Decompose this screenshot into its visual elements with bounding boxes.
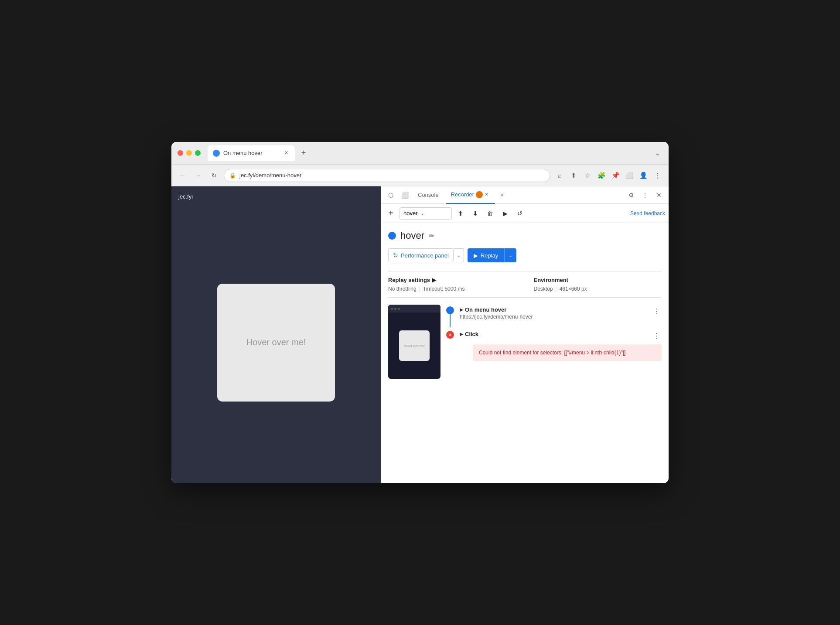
profile-icon[interactable]: 👤	[637, 169, 649, 182]
replay-dropdown-button[interactable]: ⌄	[504, 248, 516, 262]
import-recording-button[interactable]: ⬇	[469, 207, 481, 220]
step-click-title[interactable]: ▶ Click	[460, 331, 478, 337]
forward-button[interactable]: →	[192, 169, 205, 182]
slow-replay-button[interactable]: ↺	[514, 207, 526, 220]
search-icon[interactable]: ⌕	[553, 169, 566, 182]
devtools-close-button[interactable]: ✕	[653, 189, 665, 201]
close-traffic-light[interactable]	[178, 150, 183, 156]
devtools-more-tabs[interactable]: »	[497, 192, 507, 198]
step-navigate: ▶ On menu hover https://jec.fyi/demo/men…	[446, 305, 662, 329]
devtools-dock-icon[interactable]: ⬜	[399, 189, 411, 201]
delete-recording-button[interactable]: 🗑	[484, 207, 496, 220]
recorder-tab-label: Recorder	[451, 191, 474, 198]
resolution-label: 461×660 px	[560, 286, 587, 292]
tab-close-button[interactable]: ✕	[283, 150, 290, 157]
perf-panel-refresh-icon: ↻	[393, 252, 398, 259]
hover-text: Hover over me!	[246, 337, 306, 347]
thumb-content: Hover over me!	[388, 312, 440, 379]
action-buttons-row: ↻ Performance panel ⌄ ▶ Replay ⌄	[388, 248, 662, 262]
traffic-lights	[178, 150, 201, 156]
steps-timeline: ▶ On menu hover https://jec.fyi/demo/men…	[446, 305, 662, 379]
error-message: Could not find element for selectors: [[…	[479, 349, 656, 357]
device-label: Desktop	[534, 286, 553, 292]
performance-panel-button[interactable]: ↻ Performance panel	[388, 248, 454, 262]
replay-settings-section: Replay settings ▶ No throttling | Timeou…	[388, 271, 662, 298]
recording-title-row: hover ✏	[388, 230, 662, 241]
replay-settings-group: Replay settings ▶ No throttling | Timeou…	[388, 277, 516, 292]
step-click-error: Could not find element for selectors: [[…	[473, 344, 662, 361]
replay-label: Replay	[481, 252, 498, 259]
tab-bar: 🌀 On menu hover ✕ + ⌄	[208, 145, 662, 161]
address-bar: ← → ↻ 🔒 jec.fyi/demo/menu-hover ⌕ ⬆ ☆ 🧩 …	[171, 165, 669, 186]
environment-details: Desktop | 461×660 px	[534, 286, 662, 292]
step-navigate-row: ▶ On menu hover https://jec.fyi/demo/men…	[446, 305, 662, 329]
performance-panel-dropdown-button[interactable]: ⌄	[454, 248, 464, 262]
thumb-dot-1	[391, 308, 393, 310]
extensions-icon[interactable]: 🧩	[595, 169, 608, 182]
step-navigate-more-button[interactable]: ⋮	[651, 306, 662, 316]
thumb-hover-text: Hover over me!	[404, 344, 425, 347]
back-button[interactable]: ←	[177, 169, 189, 182]
browser-viewport: jec.fyi Hover over me!	[171, 186, 381, 483]
edit-recording-icon[interactable]: ✏	[429, 232, 434, 240]
perf-panel-label: Performance panel	[401, 252, 449, 259]
recording-selector[interactable]: hover ⌄	[400, 207, 452, 220]
add-recording-button[interactable]: +	[385, 207, 397, 220]
step-connector-2: ✕	[446, 331, 454, 339]
recording-body: hover ✏ ↻ Performance panel ⌄ ▶	[381, 223, 669, 483]
devtools-settings-button[interactable]: ⚙	[625, 189, 637, 201]
step-navigate-title[interactable]: ▶ On menu hover	[460, 306, 533, 313]
step-navigate-content: ▶ On menu hover https://jec.fyi/demo/men…	[460, 306, 662, 320]
more-menu-icon[interactable]: ⋮	[651, 169, 663, 182]
pin-icon[interactable]: 📌	[609, 169, 621, 182]
step-navigate-header: ▶ On menu hover https://jec.fyi/demo/men…	[460, 306, 662, 320]
hover-box-container: Hover over me!	[178, 209, 374, 476]
tab-console[interactable]: Console	[413, 186, 444, 204]
step-dot-click: ✕	[446, 331, 454, 339]
replay-button[interactable]: ▶ Replay	[468, 248, 504, 262]
step-click-more-button[interactable]: ⋮	[651, 331, 662, 341]
step-connector-1	[446, 306, 454, 327]
step-click-header: ▶ Click ⋮	[460, 331, 662, 341]
step-click-content: ▶ Click ⋮ Could not find element for sel…	[460, 331, 662, 361]
address-input[interactable]: 🔒 jec.fyi/demo/menu-hover	[224, 169, 550, 182]
bookmark-icon[interactable]: ☆	[581, 169, 594, 182]
replay-settings-details: No throttling | Timeout: 5000 ms	[388, 286, 516, 292]
refresh-button[interactable]: ↻	[208, 169, 220, 182]
title-bar: 🌀 On menu hover ✕ + ⌄	[171, 142, 669, 165]
step-navigate-url: https://jec.fyi/demo/menu-hover	[460, 314, 533, 320]
export-recording-button[interactable]: ⬆	[454, 207, 467, 220]
thumb-topbar	[388, 305, 440, 312]
recorder-tab-close[interactable]: ✕	[483, 191, 490, 198]
tab-recorder[interactable]: Recorder ✕	[446, 186, 495, 204]
replay-play-icon: ▶	[474, 252, 478, 259]
devtools-header: ⬡ ⬜ Console Recorder ✕ » ⚙ ⋮ ✕	[381, 186, 669, 204]
step-navigate-triangle: ▶	[460, 307, 463, 312]
console-tab-label: Console	[418, 192, 439, 198]
window-icon[interactable]: ⬜	[623, 169, 635, 182]
replay-settings-triangle-icon: ▶	[432, 277, 436, 283]
minimize-traffic-light[interactable]	[186, 150, 192, 156]
new-tab-button[interactable]: +	[297, 147, 310, 159]
share-icon[interactable]: ⬆	[567, 169, 580, 182]
step-click-row: ✕ ▶ Click ⋮	[446, 329, 662, 363]
replay-settings-title[interactable]: Replay settings ▶	[388, 277, 516, 283]
devtools-more-actions[interactable]: ⋮	[639, 189, 651, 201]
tab-list-chevron[interactable]: ⌄	[652, 148, 662, 158]
steps-thumbnail: Hover over me!	[388, 305, 440, 379]
tab-on-menu-hover[interactable]: 🌀 On menu hover ✕	[208, 145, 295, 161]
browser-toolbar-icons: ⌕ ⬆ ☆ 🧩 📌 ⬜ 👤 ⋮	[553, 169, 663, 182]
throttling-label: No throttling	[388, 286, 417, 292]
lock-icon: 🔒	[229, 172, 236, 179]
hover-box[interactable]: Hover over me!	[217, 284, 335, 402]
step-click: ✕ ▶ Click ⋮	[446, 329, 662, 363]
devtools-panel: ⬡ ⬜ Console Recorder ✕ » ⚙ ⋮ ✕ +	[381, 186, 669, 483]
devtools-cursor-icon[interactable]: ⬡	[385, 189, 397, 201]
play-recording-button[interactable]: ▶	[499, 207, 511, 220]
url-text: jec.fyi/demo/menu-hover	[239, 172, 544, 179]
maximize-traffic-light[interactable]	[195, 150, 201, 156]
env-separator: |	[556, 286, 557, 292]
recorder-toolbar: + hover ⌄ ⬆ ⬇ 🗑 ▶ ↺ Send feedback	[381, 204, 669, 223]
send-feedback-link[interactable]: Send feedback	[630, 210, 665, 216]
environment-group: Environment Desktop | 461×660 px	[534, 277, 662, 292]
